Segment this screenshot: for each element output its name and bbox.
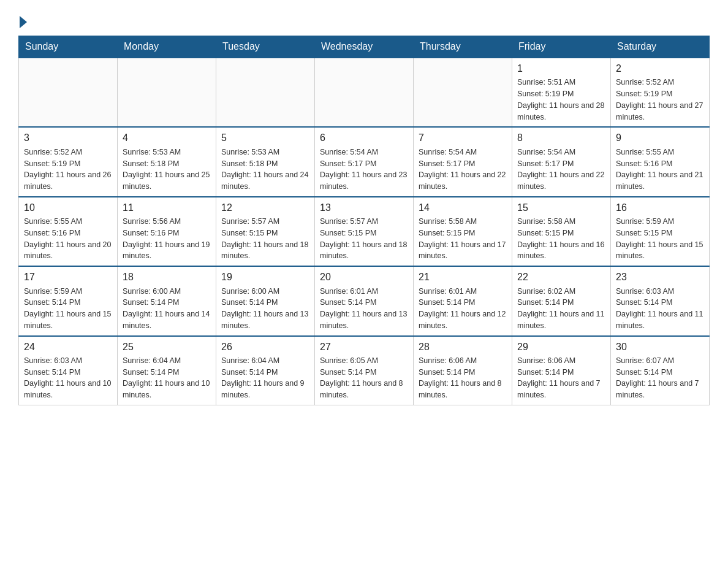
- weekday-header-monday: Monday: [118, 36, 216, 58]
- calendar-cell: 6Sunrise: 5:54 AM Sunset: 5:17 PM Daylig…: [315, 127, 414, 196]
- day-info: Sunrise: 5:54 AM Sunset: 5:17 PM Dayligh…: [320, 147, 408, 193]
- calendar-cell: 18Sunrise: 6:00 AM Sunset: 5:14 PM Dayli…: [118, 266, 216, 335]
- calendar-cell: 17Sunrise: 5:59 AM Sunset: 5:14 PM Dayli…: [19, 266, 118, 335]
- calendar-cell: 30Sunrise: 6:07 AM Sunset: 5:14 PM Dayli…: [611, 336, 710, 405]
- day-number: 22: [517, 270, 605, 284]
- calendar-cell: 29Sunrise: 6:06 AM Sunset: 5:14 PM Dayli…: [512, 336, 611, 405]
- day-number: 11: [123, 201, 211, 215]
- day-number: 23: [616, 270, 704, 284]
- day-number: 6: [320, 131, 408, 145]
- calendar-cell: [315, 58, 414, 127]
- day-info: Sunrise: 5:58 AM Sunset: 5:15 PM Dayligh…: [517, 216, 605, 262]
- day-info: Sunrise: 5:54 AM Sunset: 5:17 PM Dayligh…: [517, 147, 605, 193]
- calendar-cell: 5Sunrise: 5:53 AM Sunset: 5:18 PM Daylig…: [216, 127, 315, 196]
- calendar-cell: 8Sunrise: 5:54 AM Sunset: 5:17 PM Daylig…: [512, 127, 611, 196]
- day-number: 8: [517, 131, 605, 145]
- week-row-3: 10Sunrise: 5:55 AM Sunset: 5:16 PM Dayli…: [19, 197, 710, 266]
- week-row-2: 3Sunrise: 5:52 AM Sunset: 5:19 PM Daylig…: [19, 127, 710, 196]
- day-number: 30: [616, 340, 704, 354]
- logo: [18, 16, 28, 26]
- day-info: Sunrise: 5:51 AM Sunset: 5:19 PM Dayligh…: [517, 77, 605, 123]
- day-info: Sunrise: 5:53 AM Sunset: 5:18 PM Dayligh…: [221, 147, 309, 193]
- day-number: 20: [320, 270, 408, 284]
- calendar-cell: 28Sunrise: 6:06 AM Sunset: 5:14 PM Dayli…: [414, 336, 512, 405]
- day-number: 17: [24, 270, 112, 284]
- calendar-cell: 12Sunrise: 5:57 AM Sunset: 5:15 PM Dayli…: [216, 197, 315, 266]
- week-row-1: 1Sunrise: 5:51 AM Sunset: 5:19 PM Daylig…: [19, 58, 710, 127]
- day-number: 15: [517, 201, 605, 215]
- day-number: 13: [320, 201, 408, 215]
- calendar-cell: 19Sunrise: 6:00 AM Sunset: 5:14 PM Dayli…: [216, 266, 315, 335]
- day-number: 26: [221, 340, 309, 354]
- weekday-header-wednesday: Wednesday: [315, 36, 414, 58]
- day-number: 14: [419, 201, 507, 215]
- calendar-cell: 2Sunrise: 5:52 AM Sunset: 5:19 PM Daylig…: [611, 58, 710, 127]
- calendar-cell: 20Sunrise: 6:01 AM Sunset: 5:14 PM Dayli…: [315, 266, 414, 335]
- day-info: Sunrise: 6:00 AM Sunset: 5:14 PM Dayligh…: [221, 286, 309, 332]
- weekday-header-friday: Friday: [512, 36, 611, 58]
- day-info: Sunrise: 6:06 AM Sunset: 5:14 PM Dayligh…: [517, 355, 605, 401]
- day-number: 7: [419, 131, 507, 145]
- calendar-cell: 25Sunrise: 6:04 AM Sunset: 5:14 PM Dayli…: [118, 336, 216, 405]
- day-info: Sunrise: 6:06 AM Sunset: 5:14 PM Dayligh…: [419, 355, 507, 401]
- calendar-cell: [19, 58, 118, 127]
- day-number: 2: [616, 62, 704, 75]
- weekday-header-tuesday: Tuesday: [216, 36, 315, 58]
- day-info: Sunrise: 6:02 AM Sunset: 5:14 PM Dayligh…: [517, 286, 605, 332]
- calendar-cell: 13Sunrise: 5:57 AM Sunset: 5:15 PM Dayli…: [315, 197, 414, 266]
- calendar-cell: 22Sunrise: 6:02 AM Sunset: 5:14 PM Dayli…: [512, 266, 611, 335]
- day-number: 4: [123, 131, 211, 145]
- calendar-cell: 15Sunrise: 5:58 AM Sunset: 5:15 PM Dayli…: [512, 197, 611, 266]
- day-info: Sunrise: 6:00 AM Sunset: 5:14 PM Dayligh…: [123, 286, 211, 332]
- day-info: Sunrise: 5:54 AM Sunset: 5:17 PM Dayligh…: [419, 147, 507, 193]
- day-number: 1: [517, 62, 605, 75]
- weekday-header-thursday: Thursday: [414, 36, 512, 58]
- day-number: 9: [616, 131, 704, 145]
- day-number: 16: [616, 201, 704, 215]
- day-info: Sunrise: 5:57 AM Sunset: 5:15 PM Dayligh…: [320, 216, 408, 262]
- calendar-cell: [118, 58, 216, 127]
- calendar-cell: 1Sunrise: 5:51 AM Sunset: 5:19 PM Daylig…: [512, 58, 611, 127]
- day-number: 28: [419, 340, 507, 354]
- calendar-cell: 10Sunrise: 5:55 AM Sunset: 5:16 PM Dayli…: [19, 197, 118, 266]
- page-header: [18, 12, 710, 26]
- day-info: Sunrise: 5:58 AM Sunset: 5:15 PM Dayligh…: [419, 216, 507, 262]
- day-number: 25: [123, 340, 211, 354]
- day-number: 5: [221, 131, 309, 145]
- day-info: Sunrise: 6:01 AM Sunset: 5:14 PM Dayligh…: [320, 286, 408, 332]
- day-info: Sunrise: 5:55 AM Sunset: 5:16 PM Dayligh…: [616, 147, 704, 193]
- day-info: Sunrise: 6:04 AM Sunset: 5:14 PM Dayligh…: [221, 355, 309, 401]
- calendar-cell: 26Sunrise: 6:04 AM Sunset: 5:14 PM Dayli…: [216, 336, 315, 405]
- day-info: Sunrise: 6:03 AM Sunset: 5:14 PM Dayligh…: [616, 286, 704, 332]
- day-number: 29: [517, 340, 605, 354]
- calendar-cell: 4Sunrise: 5:53 AM Sunset: 5:18 PM Daylig…: [118, 127, 216, 196]
- calendar-cell: 23Sunrise: 6:03 AM Sunset: 5:14 PM Dayli…: [611, 266, 710, 335]
- week-row-5: 24Sunrise: 6:03 AM Sunset: 5:14 PM Dayli…: [19, 336, 710, 405]
- day-info: Sunrise: 6:04 AM Sunset: 5:14 PM Dayligh…: [123, 355, 211, 401]
- day-info: Sunrise: 5:56 AM Sunset: 5:16 PM Dayligh…: [123, 216, 211, 262]
- day-info: Sunrise: 6:05 AM Sunset: 5:14 PM Dayligh…: [320, 355, 408, 401]
- calendar-cell: [216, 58, 315, 127]
- day-number: 10: [24, 201, 112, 215]
- day-info: Sunrise: 5:55 AM Sunset: 5:16 PM Dayligh…: [24, 216, 112, 262]
- day-info: Sunrise: 6:01 AM Sunset: 5:14 PM Dayligh…: [419, 286, 507, 332]
- day-number: 24: [24, 340, 112, 354]
- calendar-cell: 11Sunrise: 5:56 AM Sunset: 5:16 PM Dayli…: [118, 197, 216, 266]
- weekday-header-row: SundayMondayTuesdayWednesdayThursdayFrid…: [19, 36, 710, 58]
- day-info: Sunrise: 5:52 AM Sunset: 5:19 PM Dayligh…: [616, 77, 704, 123]
- calendar-cell: 27Sunrise: 6:05 AM Sunset: 5:14 PM Dayli…: [315, 336, 414, 405]
- calendar-cell: [414, 58, 512, 127]
- day-info: Sunrise: 5:59 AM Sunset: 5:14 PM Dayligh…: [24, 286, 112, 332]
- day-number: 19: [221, 270, 309, 284]
- day-number: 3: [24, 131, 112, 145]
- calendar-cell: 24Sunrise: 6:03 AM Sunset: 5:14 PM Dayli…: [19, 336, 118, 405]
- weekday-header-sunday: Sunday: [19, 36, 118, 58]
- logo-arrow-icon: [20, 16, 27, 28]
- day-info: Sunrise: 6:03 AM Sunset: 5:14 PM Dayligh…: [24, 355, 112, 401]
- calendar-cell: 21Sunrise: 6:01 AM Sunset: 5:14 PM Dayli…: [414, 266, 512, 335]
- day-number: 18: [123, 270, 211, 284]
- calendar-cell: 14Sunrise: 5:58 AM Sunset: 5:15 PM Dayli…: [414, 197, 512, 266]
- day-info: Sunrise: 5:52 AM Sunset: 5:19 PM Dayligh…: [24, 147, 112, 193]
- weekday-header-saturday: Saturday: [611, 36, 710, 58]
- day-number: 21: [419, 270, 507, 284]
